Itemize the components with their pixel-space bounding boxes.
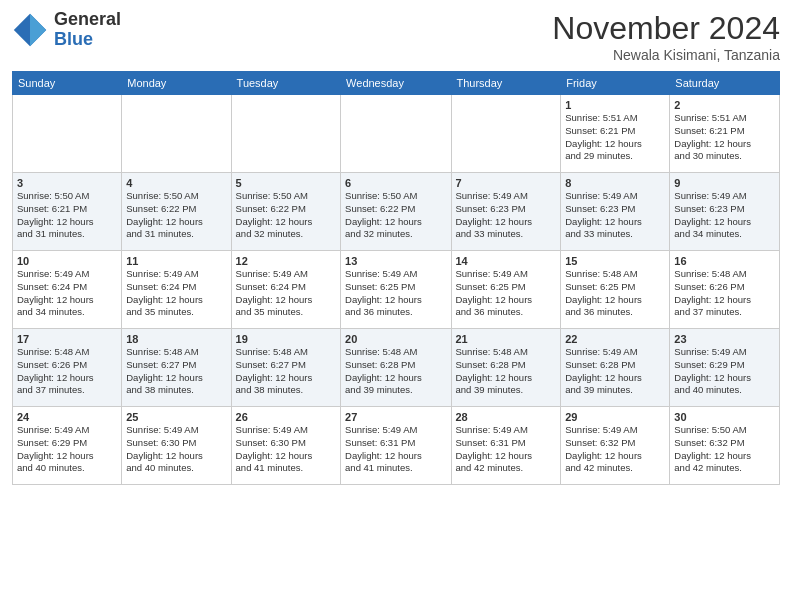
- day-info: Sunrise: 5:50 AM Sunset: 6:22 PM Dayligh…: [236, 190, 337, 241]
- day-header-monday: Monday: [122, 72, 231, 95]
- day-header-thursday: Thursday: [451, 72, 561, 95]
- day-number: 14: [456, 255, 557, 267]
- calendar-cell: 5Sunrise: 5:50 AM Sunset: 6:22 PM Daylig…: [231, 173, 341, 251]
- day-number: 16: [674, 255, 775, 267]
- week-row-2: 3Sunrise: 5:50 AM Sunset: 6:21 PM Daylig…: [13, 173, 780, 251]
- day-number: 17: [17, 333, 117, 345]
- day-info: Sunrise: 5:49 AM Sunset: 6:28 PM Dayligh…: [565, 346, 665, 397]
- calendar-cell: 11Sunrise: 5:49 AM Sunset: 6:24 PM Dayli…: [122, 251, 231, 329]
- day-number: 15: [565, 255, 665, 267]
- day-number: 3: [17, 177, 117, 189]
- calendar-cell: 29Sunrise: 5:49 AM Sunset: 6:32 PM Dayli…: [561, 407, 670, 485]
- day-number: 21: [456, 333, 557, 345]
- day-info: Sunrise: 5:48 AM Sunset: 6:28 PM Dayligh…: [345, 346, 446, 397]
- day-number: 5: [236, 177, 337, 189]
- day-info: Sunrise: 5:49 AM Sunset: 6:24 PM Dayligh…: [17, 268, 117, 319]
- calendar-cell: 19Sunrise: 5:48 AM Sunset: 6:27 PM Dayli…: [231, 329, 341, 407]
- day-number: 26: [236, 411, 337, 423]
- header-row: SundayMondayTuesdayWednesdayThursdayFrid…: [13, 72, 780, 95]
- calendar-cell: 9Sunrise: 5:49 AM Sunset: 6:23 PM Daylig…: [670, 173, 780, 251]
- calendar-cell: 28Sunrise: 5:49 AM Sunset: 6:31 PM Dayli…: [451, 407, 561, 485]
- calendar-cell: 16Sunrise: 5:48 AM Sunset: 6:26 PM Dayli…: [670, 251, 780, 329]
- month-title: November 2024: [552, 10, 780, 47]
- day-info: Sunrise: 5:48 AM Sunset: 6:26 PM Dayligh…: [17, 346, 117, 397]
- calendar-cell: 25Sunrise: 5:49 AM Sunset: 6:30 PM Dayli…: [122, 407, 231, 485]
- calendar-cell: 27Sunrise: 5:49 AM Sunset: 6:31 PM Dayli…: [341, 407, 451, 485]
- calendar-cell: [451, 95, 561, 173]
- day-number: 22: [565, 333, 665, 345]
- calendar-cell: 8Sunrise: 5:49 AM Sunset: 6:23 PM Daylig…: [561, 173, 670, 251]
- week-row-3: 10Sunrise: 5:49 AM Sunset: 6:24 PM Dayli…: [13, 251, 780, 329]
- logo-general-text: General: [54, 10, 121, 30]
- day-number: 4: [126, 177, 226, 189]
- calendar-cell: 30Sunrise: 5:50 AM Sunset: 6:32 PM Dayli…: [670, 407, 780, 485]
- day-number: 13: [345, 255, 446, 267]
- header: General Blue November 2024 Newala Kisima…: [12, 10, 780, 63]
- day-number: 2: [674, 99, 775, 111]
- day-number: 28: [456, 411, 557, 423]
- day-info: Sunrise: 5:49 AM Sunset: 6:24 PM Dayligh…: [236, 268, 337, 319]
- day-number: 1: [565, 99, 665, 111]
- day-info: Sunrise: 5:48 AM Sunset: 6:26 PM Dayligh…: [674, 268, 775, 319]
- day-number: 9: [674, 177, 775, 189]
- day-info: Sunrise: 5:50 AM Sunset: 6:22 PM Dayligh…: [126, 190, 226, 241]
- calendar-cell: [341, 95, 451, 173]
- calendar-cell: 26Sunrise: 5:49 AM Sunset: 6:30 PM Dayli…: [231, 407, 341, 485]
- calendar-cell: 17Sunrise: 5:48 AM Sunset: 6:26 PM Dayli…: [13, 329, 122, 407]
- day-info: Sunrise: 5:51 AM Sunset: 6:21 PM Dayligh…: [674, 112, 775, 163]
- day-number: 7: [456, 177, 557, 189]
- calendar-cell: 7Sunrise: 5:49 AM Sunset: 6:23 PM Daylig…: [451, 173, 561, 251]
- day-info: Sunrise: 5:49 AM Sunset: 6:31 PM Dayligh…: [345, 424, 446, 475]
- logo-text: General Blue: [54, 10, 121, 50]
- day-number: 23: [674, 333, 775, 345]
- day-info: Sunrise: 5:49 AM Sunset: 6:25 PM Dayligh…: [345, 268, 446, 319]
- calendar-cell: 22Sunrise: 5:49 AM Sunset: 6:28 PM Dayli…: [561, 329, 670, 407]
- day-info: Sunrise: 5:49 AM Sunset: 6:30 PM Dayligh…: [126, 424, 226, 475]
- calendar-cell: 20Sunrise: 5:48 AM Sunset: 6:28 PM Dayli…: [341, 329, 451, 407]
- calendar-cell: 15Sunrise: 5:48 AM Sunset: 6:25 PM Dayli…: [561, 251, 670, 329]
- day-number: 8: [565, 177, 665, 189]
- day-info: Sunrise: 5:48 AM Sunset: 6:27 PM Dayligh…: [126, 346, 226, 397]
- day-number: 27: [345, 411, 446, 423]
- calendar-cell: 21Sunrise: 5:48 AM Sunset: 6:28 PM Dayli…: [451, 329, 561, 407]
- calendar-cell: [13, 95, 122, 173]
- day-info: Sunrise: 5:48 AM Sunset: 6:25 PM Dayligh…: [565, 268, 665, 319]
- day-info: Sunrise: 5:49 AM Sunset: 6:32 PM Dayligh…: [565, 424, 665, 475]
- day-info: Sunrise: 5:51 AM Sunset: 6:21 PM Dayligh…: [565, 112, 665, 163]
- day-info: Sunrise: 5:49 AM Sunset: 6:29 PM Dayligh…: [17, 424, 117, 475]
- day-info: Sunrise: 5:50 AM Sunset: 6:22 PM Dayligh…: [345, 190, 446, 241]
- week-row-5: 24Sunrise: 5:49 AM Sunset: 6:29 PM Dayli…: [13, 407, 780, 485]
- calendar-cell: 1Sunrise: 5:51 AM Sunset: 6:21 PM Daylig…: [561, 95, 670, 173]
- day-number: 12: [236, 255, 337, 267]
- day-header-wednesday: Wednesday: [341, 72, 451, 95]
- svg-marker-1: [30, 14, 46, 46]
- day-info: Sunrise: 5:48 AM Sunset: 6:27 PM Dayligh…: [236, 346, 337, 397]
- day-info: Sunrise: 5:49 AM Sunset: 6:23 PM Dayligh…: [565, 190, 665, 241]
- day-header-sunday: Sunday: [13, 72, 122, 95]
- day-number: 10: [17, 255, 117, 267]
- day-info: Sunrise: 5:48 AM Sunset: 6:28 PM Dayligh…: [456, 346, 557, 397]
- day-number: 18: [126, 333, 226, 345]
- day-header-saturday: Saturday: [670, 72, 780, 95]
- calendar-cell: 3Sunrise: 5:50 AM Sunset: 6:21 PM Daylig…: [13, 173, 122, 251]
- calendar-cell: [231, 95, 341, 173]
- page: General Blue November 2024 Newala Kisima…: [0, 0, 792, 612]
- calendar-cell: 10Sunrise: 5:49 AM Sunset: 6:24 PM Dayli…: [13, 251, 122, 329]
- calendar-cell: 4Sunrise: 5:50 AM Sunset: 6:22 PM Daylig…: [122, 173, 231, 251]
- logo-icon: [12, 12, 48, 48]
- day-number: 24: [17, 411, 117, 423]
- day-info: Sunrise: 5:49 AM Sunset: 6:31 PM Dayligh…: [456, 424, 557, 475]
- calendar-table: SundayMondayTuesdayWednesdayThursdayFrid…: [12, 71, 780, 485]
- logo: General Blue: [12, 10, 121, 50]
- day-number: 29: [565, 411, 665, 423]
- calendar-cell: 14Sunrise: 5:49 AM Sunset: 6:25 PM Dayli…: [451, 251, 561, 329]
- day-info: Sunrise: 5:49 AM Sunset: 6:29 PM Dayligh…: [674, 346, 775, 397]
- day-info: Sunrise: 5:49 AM Sunset: 6:30 PM Dayligh…: [236, 424, 337, 475]
- calendar-cell: 18Sunrise: 5:48 AM Sunset: 6:27 PM Dayli…: [122, 329, 231, 407]
- calendar-cell: 13Sunrise: 5:49 AM Sunset: 6:25 PM Dayli…: [341, 251, 451, 329]
- calendar-cell: [122, 95, 231, 173]
- day-number: 30: [674, 411, 775, 423]
- calendar-cell: 24Sunrise: 5:49 AM Sunset: 6:29 PM Dayli…: [13, 407, 122, 485]
- day-number: 6: [345, 177, 446, 189]
- week-row-1: 1Sunrise: 5:51 AM Sunset: 6:21 PM Daylig…: [13, 95, 780, 173]
